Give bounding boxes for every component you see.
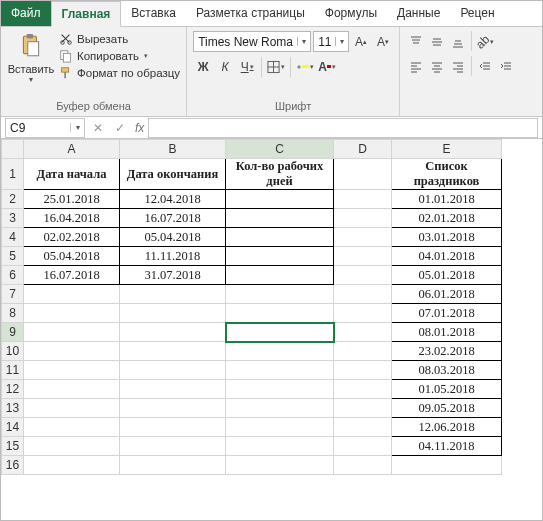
- cell-B2[interactable]: 12.04.2018: [120, 190, 226, 209]
- font-size-combo[interactable]: 11 ▾: [313, 31, 349, 52]
- cell-E15[interactable]: 04.11.2018: [392, 437, 502, 456]
- align-middle-button[interactable]: [427, 31, 447, 52]
- cell-D7[interactable]: [334, 285, 392, 304]
- cell-B11[interactable]: [120, 361, 226, 380]
- cell-E11[interactable]: 08.03.2018: [392, 361, 502, 380]
- increase-indent-button[interactable]: [496, 56, 516, 77]
- cell-C11[interactable]: [226, 361, 334, 380]
- borders-button[interactable]: ▾: [266, 56, 286, 77]
- cancel-formula-button[interactable]: ✕: [87, 121, 109, 135]
- copy-button[interactable]: Копировать ▾: [59, 49, 180, 63]
- cell-D3[interactable]: [334, 209, 392, 228]
- cell-B15[interactable]: [120, 437, 226, 456]
- cell-A11[interactable]: [24, 361, 120, 380]
- cell-D16[interactable]: [334, 456, 392, 475]
- row-header-14[interactable]: 14: [2, 418, 24, 437]
- cell-E4[interactable]: 03.01.2018: [392, 228, 502, 247]
- cell-C3[interactable]: [226, 209, 334, 228]
- cell-C6[interactable]: [226, 266, 334, 285]
- cell-C7[interactable]: [226, 285, 334, 304]
- cell-A2[interactable]: 25.01.2018: [24, 190, 120, 209]
- row-header-5[interactable]: 5: [2, 247, 24, 266]
- cell-B16[interactable]: [120, 456, 226, 475]
- cell-A3[interactable]: 16.04.2018: [24, 209, 120, 228]
- cell-D1[interactable]: [334, 159, 392, 190]
- paste-button[interactable]: Вставить ▾: [7, 29, 55, 84]
- cell-C8[interactable]: [226, 304, 334, 323]
- cell-A6[interactable]: 16.07.2018: [24, 266, 120, 285]
- cell-C14[interactable]: [226, 418, 334, 437]
- chevron-down-icon[interactable]: ▾: [335, 37, 347, 46]
- cell-D10[interactable]: [334, 342, 392, 361]
- row-header-16[interactable]: 16: [2, 456, 24, 475]
- cell-B4[interactable]: 05.04.2018: [120, 228, 226, 247]
- cell-B13[interactable]: [120, 399, 226, 418]
- italic-button[interactable]: К: [215, 56, 235, 77]
- tab-insert[interactable]: Вставка: [121, 1, 186, 26]
- cell-C9[interactable]: [226, 323, 334, 342]
- select-all-cell[interactable]: [2, 140, 24, 159]
- cell-B10[interactable]: [120, 342, 226, 361]
- tab-data[interactable]: Данные: [387, 1, 450, 26]
- orientation-button[interactable]: ab▾: [475, 31, 495, 52]
- row-header-10[interactable]: 10: [2, 342, 24, 361]
- cell-B9[interactable]: [120, 323, 226, 342]
- grow-font-button[interactable]: A▴: [351, 31, 371, 52]
- formula-bar[interactable]: [148, 118, 538, 138]
- cell-D13[interactable]: [334, 399, 392, 418]
- cell-B3[interactable]: 16.07.2018: [120, 209, 226, 228]
- cut-button[interactable]: Вырезать: [59, 32, 180, 46]
- align-right-button[interactable]: [448, 56, 468, 77]
- cell-B1[interactable]: Дата окончания: [120, 159, 226, 190]
- cell-D15[interactable]: [334, 437, 392, 456]
- cell-D8[interactable]: [334, 304, 392, 323]
- cell-E3[interactable]: 02.01.2018: [392, 209, 502, 228]
- col-header-A[interactable]: A: [24, 140, 120, 159]
- cell-E14[interactable]: 12.06.2018: [392, 418, 502, 437]
- tab-formulas[interactable]: Формулы: [315, 1, 387, 26]
- cell-C13[interactable]: [226, 399, 334, 418]
- cell-A12[interactable]: [24, 380, 120, 399]
- align-bottom-button[interactable]: [448, 31, 468, 52]
- enter-formula-button[interactable]: ✓: [109, 121, 131, 135]
- tab-review[interactable]: Рецен: [450, 1, 504, 26]
- cell-C4[interactable]: [226, 228, 334, 247]
- cell-A1[interactable]: Дата начала: [24, 159, 120, 190]
- cell-E1[interactable]: Список праздников: [392, 159, 502, 190]
- cell-C12[interactable]: [226, 380, 334, 399]
- cell-B14[interactable]: [120, 418, 226, 437]
- cell-A14[interactable]: [24, 418, 120, 437]
- cell-D4[interactable]: [334, 228, 392, 247]
- cell-A4[interactable]: 02.02.2018: [24, 228, 120, 247]
- cell-A16[interactable]: [24, 456, 120, 475]
- cell-A5[interactable]: 05.04.2018: [24, 247, 120, 266]
- row-header-11[interactable]: 11: [2, 361, 24, 380]
- tab-file[interactable]: Файл: [1, 1, 51, 26]
- cell-E8[interactable]: 07.01.2018: [392, 304, 502, 323]
- cell-B7[interactable]: [120, 285, 226, 304]
- cell-A13[interactable]: [24, 399, 120, 418]
- cell-C16[interactable]: [226, 456, 334, 475]
- cell-A9[interactable]: [24, 323, 120, 342]
- cell-D9[interactable]: [334, 323, 392, 342]
- align-left-button[interactable]: [406, 56, 426, 77]
- col-header-E[interactable]: E: [392, 140, 502, 159]
- worksheet[interactable]: ABCDE1Дата началаДата окончанияКол-во ра…: [1, 139, 542, 475]
- shrink-font-button[interactable]: A▾: [373, 31, 393, 52]
- tab-page-layout[interactable]: Разметка страницы: [186, 1, 315, 26]
- row-header-6[interactable]: 6: [2, 266, 24, 285]
- row-header-3[interactable]: 3: [2, 209, 24, 228]
- row-header-12[interactable]: 12: [2, 380, 24, 399]
- row-header-9[interactable]: 9: [2, 323, 24, 342]
- cell-C10[interactable]: [226, 342, 334, 361]
- col-header-D[interactable]: D: [334, 140, 392, 159]
- cell-A8[interactable]: [24, 304, 120, 323]
- cell-C5[interactable]: [226, 247, 334, 266]
- col-header-B[interactable]: B: [120, 140, 226, 159]
- cell-E16[interactable]: [392, 456, 502, 475]
- cell-E5[interactable]: 04.01.2018: [392, 247, 502, 266]
- decrease-indent-button[interactable]: [475, 56, 495, 77]
- align-top-button[interactable]: [406, 31, 426, 52]
- cell-D5[interactable]: [334, 247, 392, 266]
- underline-button[interactable]: Ч▾: [237, 56, 257, 77]
